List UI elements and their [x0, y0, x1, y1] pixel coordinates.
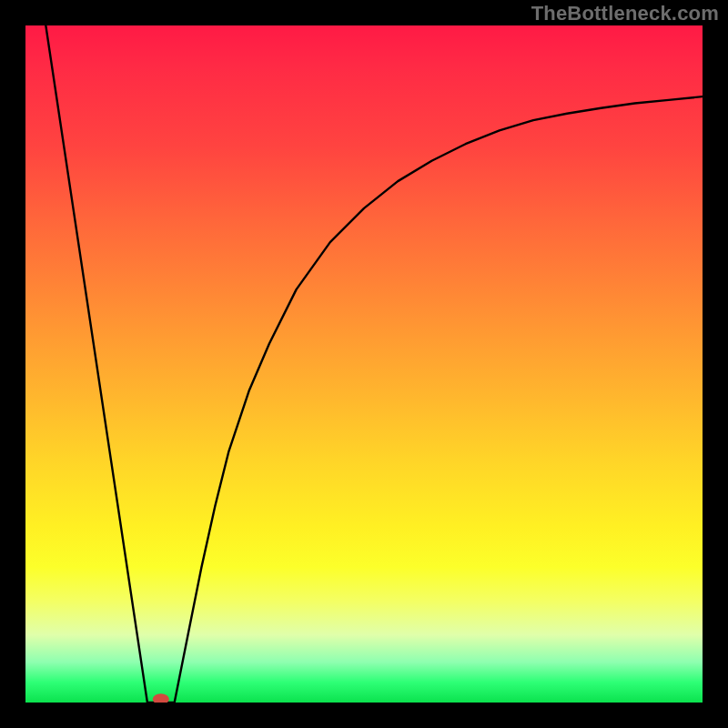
minimum-marker — [153, 693, 169, 703]
curve-layer — [25, 25, 703, 703]
plot-area — [25, 25, 703, 703]
chart-frame: TheBottleneck.com — [0, 0, 728, 728]
curve-path — [46, 25, 703, 703]
watermark-text: TheBottleneck.com — [531, 2, 719, 25]
